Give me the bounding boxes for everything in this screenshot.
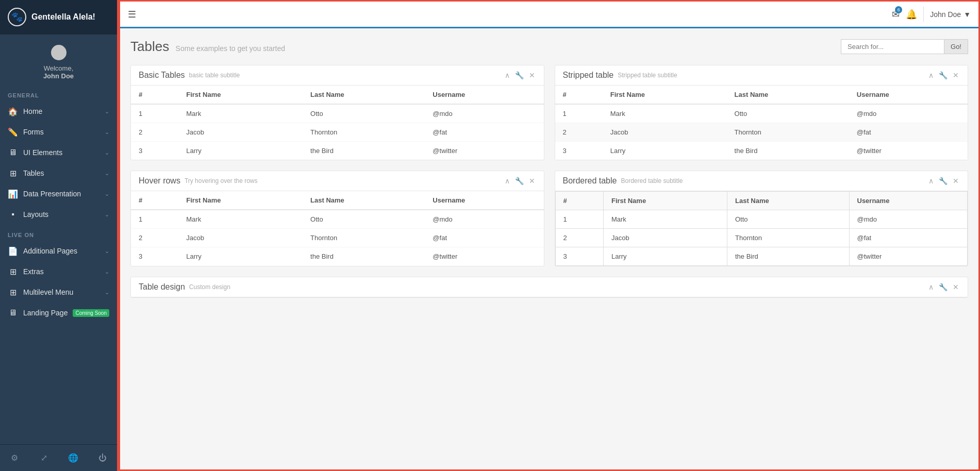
col-number: # [555, 86, 603, 104]
close-button[interactable]: ✕ [952, 71, 960, 79]
close-button[interactable]: ✕ [528, 177, 536, 185]
table-row: 2JacobThornton@fat [555, 229, 968, 247]
panel-title: Bordered table [563, 176, 617, 186]
table-row: 2JacobThornton@fat [131, 123, 544, 142]
topnav-right: ✉ 6 🔔 John Doe ▼ [892, 7, 971, 22]
sidebar-item-extras[interactable]: ⊞ Extras ⌄ [0, 261, 117, 282]
sidebar-item-ui-elements[interactable]: 🖥 UI Elements ⌄ [0, 142, 117, 163]
close-button[interactable]: ✕ [952, 177, 960, 185]
bordered-table: # First Name Last Name Username 1MarkOtt… [555, 191, 968, 266]
panel-body: # First Name Last Name Username 1MarkOtt… [555, 86, 968, 160]
settings-button[interactable]: 🔧 [514, 177, 525, 185]
sidebar-item-data-presentation[interactable]: 📊 Data Presentation ⌄ [0, 183, 117, 204]
menu-toggle-icon[interactable]: ☰ [128, 9, 136, 20]
settings-button[interactable]: 🔧 [938, 177, 949, 185]
search-input[interactable] [841, 39, 944, 54]
sidebar-item-forms[interactable]: ✏️ Forms ⌄ [0, 122, 117, 142]
panel-header-bordered: Bordered table Bordered table subtitle ∧… [555, 171, 968, 191]
settings-button[interactable]: 🔧 [938, 71, 949, 79]
sidebar-item-home[interactable]: 🏠 Home ⌄ [0, 101, 117, 122]
collapse-button[interactable]: ∧ [927, 283, 935, 291]
sidebar-item-label: Forms [23, 128, 105, 136]
notification-badge: 6 [895, 6, 902, 13]
sidebar-item-label: Home [23, 107, 105, 115]
basic-table: # First Name Last Name Username 1MarkOtt… [131, 86, 544, 160]
close-button[interactable]: ✕ [528, 71, 536, 79]
panel-subtitle: Try hovering over the rows [185, 177, 258, 184]
expand-button[interactable]: ⤢ [29, 449, 59, 467]
col-lastname: Last Name [303, 191, 425, 210]
content-header: Tables Some examples to get you started … [130, 39, 968, 55]
panel-bordered-table: Bordered table Bordered table subtitle ∧… [555, 171, 969, 266]
col-number: # [131, 86, 178, 104]
sidebar-item-additional-pages[interactable]: 📄 Additional Pages ⌄ [0, 241, 117, 261]
close-button[interactable]: ✕ [952, 283, 960, 291]
monitor-icon: 🖥 [8, 147, 18, 158]
landing-icon: 🖥 [8, 308, 18, 318]
table-row: 3Larrythe Bird@twitter [555, 142, 968, 160]
topnav: ☰ ✉ 6 🔔 John Doe ▼ [120, 2, 978, 28]
table-row: 3Larrythe Bird@twitter [555, 247, 968, 266]
notifications-button[interactable]: ✉ 6 [892, 9, 900, 20]
col-firstname: First Name [603, 192, 727, 210]
logo-icon: 🐾 [8, 8, 26, 26]
sidebar-item-label: Data Presentation [23, 190, 105, 198]
settings-button[interactable]: 🔧 [514, 71, 525, 79]
sidebar-logo[interactable]: 🐾 Gentelella Alela! [0, 0, 117, 35]
panel-header-hover: Hover rows Try hovering over the rows ∧ … [131, 171, 544, 191]
collapse-button[interactable]: ∧ [927, 71, 935, 79]
col-username: Username [849, 192, 968, 210]
panel-actions: ∧ 🔧 ✕ [927, 283, 960, 291]
chevron-down-icon: ⌄ [105, 170, 109, 177]
settings-button[interactable]: 🔧 [938, 283, 949, 291]
alerts-button[interactable]: 🔔 [906, 9, 917, 20]
sidebar-item-layouts[interactable]: ▪ Layouts ⌄ [0, 204, 117, 225]
panel-header-basic: Basic Tables basic table subtitle ∧ 🔧 ✕ [131, 65, 544, 86]
forms-icon: ✏️ [8, 127, 18, 137]
settings-button[interactable]: ⚙ [0, 449, 29, 467]
chevron-down-icon: ⌄ [105, 248, 109, 255]
panel-stripped-table: Stripped table Stripped table subtitle ∧… [555, 65, 969, 160]
globe-button[interactable]: 🌐 [59, 449, 88, 467]
panel-header-design: Table design Custom design ∧ 🔧 ✕ [131, 277, 968, 297]
search-button[interactable]: Go! [944, 39, 968, 54]
collapse-button[interactable]: ∧ [927, 177, 935, 185]
col-firstname: First Name [178, 86, 303, 104]
sidebar-item-multilevel-menu[interactable]: ⊞ Multilevel Menu ⌄ [0, 282, 117, 302]
sidebar-item-label: Multilevel Menu [23, 288, 105, 296]
panel-subtitle: Bordered table subtitle [621, 177, 683, 184]
user-menu-button[interactable]: John Doe ▼ [930, 10, 971, 19]
table-row: 3Larrythe Bird@twitter [131, 247, 544, 266]
panel-table-design: Table design Custom design ∧ 🔧 ✕ [130, 277, 968, 298]
col-username: Username [849, 86, 968, 104]
power-button[interactable]: ⏻ [88, 449, 117, 467]
sidebar-item-label: Layouts [23, 210, 105, 218]
collapse-button[interactable]: ∧ [504, 177, 511, 185]
panel-basic-tables: Basic Tables basic table subtitle ∧ 🔧 ✕ … [130, 65, 544, 160]
panel-actions: ∧ 🔧 ✕ [504, 71, 536, 79]
sidebar-item-label: Additional Pages [23, 247, 105, 255]
chart-icon: 📊 [8, 189, 18, 199]
chevron-down-icon: ⌄ [105, 211, 109, 218]
extras-icon: ⊞ [8, 266, 18, 277]
collapse-button[interactable]: ∧ [504, 71, 511, 79]
sidebar-item-label: UI Elements [23, 148, 105, 157]
user-display-name: John Doe [930, 10, 961, 19]
panel-title: Basic Tables [139, 71, 185, 80]
user-name: John Doe [43, 72, 74, 80]
nav-divider [923, 7, 924, 22]
sidebar-item-tables[interactable]: ⊞ Tables ⌄ [0, 163, 117, 183]
home-icon: 🏠 [8, 106, 18, 116]
sidebar-item-landing-page[interactable]: 🖥 Landing Page Coming Soon [0, 302, 117, 323]
panel-header-stripped: Stripped table Stripped table subtitle ∧… [555, 65, 968, 86]
section-label-general: GENERAL [0, 85, 117, 101]
stripped-table: # First Name Last Name Username 1MarkOtt… [555, 86, 968, 160]
col-number: # [131, 191, 178, 210]
col-username: Username [425, 86, 543, 104]
sidebar-item-label: Landing Page [23, 309, 70, 317]
user-greeting: Welcome, [44, 64, 74, 72]
chevron-down-icon: ⌄ [105, 289, 109, 296]
panel-actions: ∧ 🔧 ✕ [927, 71, 960, 79]
hover-table: # First Name Last Name Username 1MarkOtt… [131, 191, 544, 265]
coming-soon-badge: Coming Soon [73, 309, 109, 317]
